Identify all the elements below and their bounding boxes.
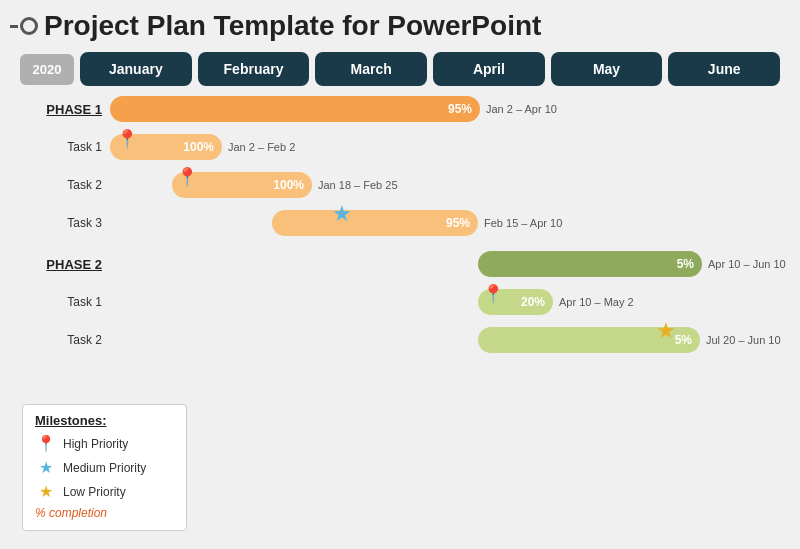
phase2-task2-row: Task 2 5% ★ Jul 20 – Jun 10 (20, 323, 780, 357)
phase2-task2-dates: Jul 20 – Jun 10 (706, 334, 781, 346)
legend-medium-priority: ★ Medium Priority (35, 458, 172, 477)
phase1-row: PHASE 1 95% Jan 2 – Apr 10 (20, 92, 780, 126)
phase1-task3-row: Task 3 95% ★ Feb 15 – Apr 10 (20, 206, 780, 240)
legend-box: Milestones: 📍 High Priority ★ Medium Pri… (22, 404, 187, 531)
low-priority-star-phase2-task2: ★ (656, 318, 676, 344)
legend-title: Milestones: (35, 413, 172, 428)
phase1-bar: 95% (110, 96, 480, 122)
pct-completion-label: % completion (35, 506, 172, 520)
phase2-task2-label: Task 2 (20, 333, 110, 347)
page: Project Plan Template for PowerPoint 202… (0, 0, 800, 549)
month-june: June (668, 52, 780, 86)
phase2-dates: Apr 10 – Jun 10 (708, 258, 786, 270)
phase1-dates: Jan 2 – Apr 10 (486, 103, 557, 115)
phase1-task2-dates: Jan 18 – Feb 25 (318, 179, 398, 191)
low-priority-label: Low Priority (63, 485, 126, 499)
legend-low-priority: ★ Low Priority (35, 482, 172, 501)
high-priority-pin-task2: 📍 (176, 166, 198, 188)
gantt-container: PHASE 1 95% Jan 2 – Apr 10 Task 1 100% � (20, 92, 780, 392)
phase1-task1-dates: Jan 2 – Feb 2 (228, 141, 295, 153)
month-april: April (433, 52, 545, 86)
phase2-task1-dates: Apr 10 – May 2 (559, 296, 634, 308)
page-title: Project Plan Template for PowerPoint (44, 10, 541, 42)
header: Project Plan Template for PowerPoint (0, 0, 800, 48)
medium-priority-star-task3: ★ (332, 201, 352, 227)
phase2-row: PHASE 2 5% Apr 10 – Jun 10 (20, 247, 780, 281)
high-priority-pin-task1: 📍 (116, 128, 138, 150)
high-priority-label: High Priority (63, 437, 128, 451)
year-label: 2020 (20, 54, 74, 85)
timeline-header: 2020 January February March April May Ju… (20, 52, 780, 86)
phase2-task1-row: Task 1 20% 📍 Apr 10 – May 2 (20, 285, 780, 319)
phase2-task1-label: Task 1 (20, 295, 110, 309)
phase1-task1-row: Task 1 100% 📍 Jan 2 – Feb 2 (20, 130, 780, 164)
high-priority-pin-phase2-task1: 📍 (482, 283, 504, 305)
phase1-task3-dates: Feb 15 – Apr 10 (484, 217, 562, 229)
legend-high-priority: 📍 High Priority (35, 434, 172, 453)
month-february: February (198, 52, 310, 86)
phase1-task2-label: Task 2 (20, 178, 110, 192)
phase1-task3-bar: 95% (272, 210, 478, 236)
phase2-label: PHASE 2 (20, 257, 110, 272)
phase1-label: PHASE 1 (20, 102, 110, 117)
month-january: January (80, 52, 192, 86)
high-priority-icon: 📍 (35, 434, 57, 453)
medium-priority-label: Medium Priority (63, 461, 146, 475)
phase1-task2-row: Task 2 100% 📍 Jan 18 – Feb 25 (20, 168, 780, 202)
low-priority-icon: ★ (35, 482, 57, 501)
phase1-task1-label: Task 1 (20, 140, 110, 154)
phase1-task3-label: Task 3 (20, 216, 110, 230)
month-may: May (551, 52, 663, 86)
month-march: March (315, 52, 427, 86)
medium-priority-icon: ★ (35, 458, 57, 477)
phase2-bar: 5% (478, 251, 702, 277)
